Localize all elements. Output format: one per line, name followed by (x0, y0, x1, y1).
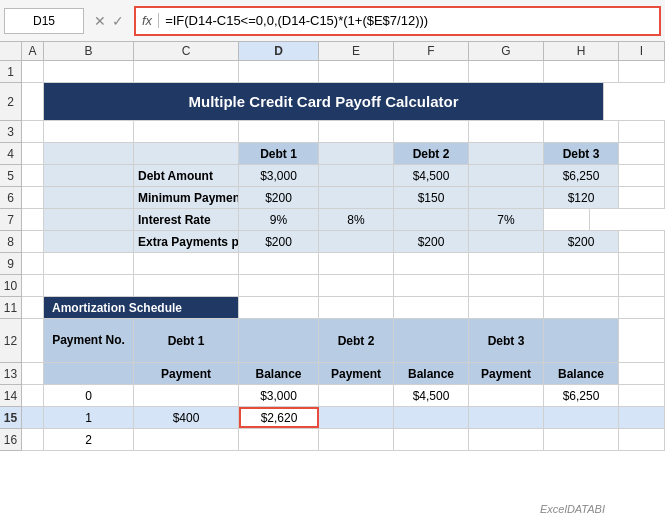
cell-i7[interactable] (544, 209, 590, 230)
cell-g1[interactable] (469, 61, 544, 82)
confirm-icon[interactable]: ✓ (112, 13, 124, 29)
cell-e9[interactable] (319, 253, 394, 274)
cell-d5-val[interactable]: $3,000 (239, 165, 319, 186)
cell-c16-p1[interactable] (134, 429, 239, 450)
cell-h9[interactable] (544, 253, 619, 274)
cell-b13[interactable] (44, 363, 134, 384)
cell-e3[interactable] (319, 121, 394, 142)
cell-e4[interactable] (319, 143, 394, 164)
cell-i3[interactable] (619, 121, 665, 142)
cell-i10[interactable] (619, 275, 665, 296)
col-header-f[interactable]: F (394, 42, 469, 60)
cell-h8-val[interactable]: $200 (544, 231, 619, 252)
row-header-2[interactable]: 2 (0, 83, 22, 121)
cell-g5[interactable] (469, 165, 544, 186)
cell-f3[interactable] (394, 121, 469, 142)
cell-d11[interactable] (239, 297, 319, 318)
cell-g9[interactable] (469, 253, 544, 274)
cell-b4[interactable] (44, 143, 134, 164)
cell-e5[interactable] (319, 165, 394, 186)
cell-d6-val[interactable]: $200 (239, 187, 319, 208)
cell-b15-no[interactable]: 1 (44, 407, 134, 428)
cell-d3[interactable] (239, 121, 319, 142)
cell-a9[interactable] (22, 253, 44, 274)
cell-e12-debt2[interactable]: Debt 2 (319, 319, 394, 362)
cell-d7-val[interactable]: 9% (239, 209, 319, 230)
cell-f10[interactable] (394, 275, 469, 296)
cell-h10[interactable] (544, 275, 619, 296)
cell-f6-val[interactable]: $150 (394, 187, 469, 208)
cell-c15-p1[interactable]: $400 (134, 407, 239, 428)
cell-c7-label[interactable]: Interest Rate (134, 209, 239, 230)
cell-c10[interactable] (134, 275, 239, 296)
cell-h13-bal3[interactable]: Balance (544, 363, 619, 384)
cell-f8-val[interactable]: $200 (394, 231, 469, 252)
cell-a10[interactable] (22, 275, 44, 296)
cell-i8[interactable] (619, 231, 665, 252)
cell-a1[interactable] (22, 61, 44, 82)
cell-f1[interactable] (394, 61, 469, 82)
cell-d10[interactable] (239, 275, 319, 296)
row-header-6[interactable]: 6 (0, 187, 22, 209)
cell-a15[interactable] (22, 407, 44, 428)
cell-i16[interactable] (619, 429, 665, 450)
row-header-14[interactable]: 14 (0, 385, 22, 407)
cell-e14-p2[interactable] (319, 385, 394, 406)
cell-h1[interactable] (544, 61, 619, 82)
col-header-a[interactable]: A (22, 42, 44, 60)
cell-b11-amort[interactable]: Amortization Schedule (44, 297, 239, 318)
cell-a5[interactable] (22, 165, 44, 186)
cell-b6[interactable] (44, 187, 134, 208)
cell-f7[interactable]: 8% (319, 209, 394, 230)
cell-c8-label[interactable]: Extra Payments per Month (134, 231, 239, 252)
cell-c3[interactable] (134, 121, 239, 142)
cell-a8[interactable] (22, 231, 44, 252)
cell-c5-label[interactable]: Debt Amount (134, 165, 239, 186)
col-header-h[interactable]: H (544, 42, 619, 60)
cell-b1[interactable] (44, 61, 134, 82)
cell-b7[interactable] (44, 209, 134, 230)
cell-d4-debt1[interactable]: Debt 1 (239, 143, 319, 164)
cell-h12[interactable] (544, 319, 619, 362)
row-header-9[interactable]: 9 (0, 253, 22, 275)
cell-d15-b1-selected[interactable]: $2,620 (239, 407, 319, 428)
col-header-g[interactable]: G (469, 42, 544, 60)
cell-c4[interactable] (134, 143, 239, 164)
cell-f12[interactable] (394, 319, 469, 362)
cell-i6[interactable] (619, 187, 665, 208)
cell-h7[interactable]: 7% (469, 209, 544, 230)
cell-g6[interactable] (469, 187, 544, 208)
row-header-8[interactable]: 8 (0, 231, 22, 253)
cell-h5-val[interactable]: $6,250 (544, 165, 619, 186)
cell-c9[interactable] (134, 253, 239, 274)
cell-b5[interactable] (44, 165, 134, 186)
cell-g10[interactable] (469, 275, 544, 296)
cancel-icon[interactable]: ✕ (94, 13, 106, 29)
cell-i15[interactable] (619, 407, 665, 428)
cell-h16-b3[interactable] (544, 429, 619, 450)
cell-f5-val[interactable]: $4,500 (394, 165, 469, 186)
cell-d1[interactable] (239, 61, 319, 82)
cell-i11[interactable] (619, 297, 665, 318)
cell-i13[interactable] (619, 363, 665, 384)
cell-e15-p2[interactable] (319, 407, 394, 428)
row-header-11[interactable]: 11 (0, 297, 22, 319)
cell-b12-payno[interactable]: Payment No. (44, 319, 134, 362)
cell-c13-pay[interactable]: Payment (134, 363, 239, 384)
cell-b3[interactable] (44, 121, 134, 142)
row-header-7[interactable]: 7 (0, 209, 22, 231)
row-header-3[interactable]: 3 (0, 121, 22, 143)
cell-f15-b2[interactable] (394, 407, 469, 428)
cell-c14-p1[interactable] (134, 385, 239, 406)
cell-a14[interactable] (22, 385, 44, 406)
cell-a4[interactable] (22, 143, 44, 164)
cell-i9[interactable] (619, 253, 665, 274)
row-header-10[interactable]: 10 (0, 275, 22, 297)
cell-a11[interactable] (22, 297, 44, 318)
cell-h6-val[interactable]: $120 (544, 187, 619, 208)
cell-a16[interactable] (22, 429, 44, 450)
cell-b16-no[interactable]: 2 (44, 429, 134, 450)
cell-b9[interactable] (44, 253, 134, 274)
cell-i1[interactable] (619, 61, 665, 82)
cell-d14-b1[interactable]: $3,000 (239, 385, 319, 406)
